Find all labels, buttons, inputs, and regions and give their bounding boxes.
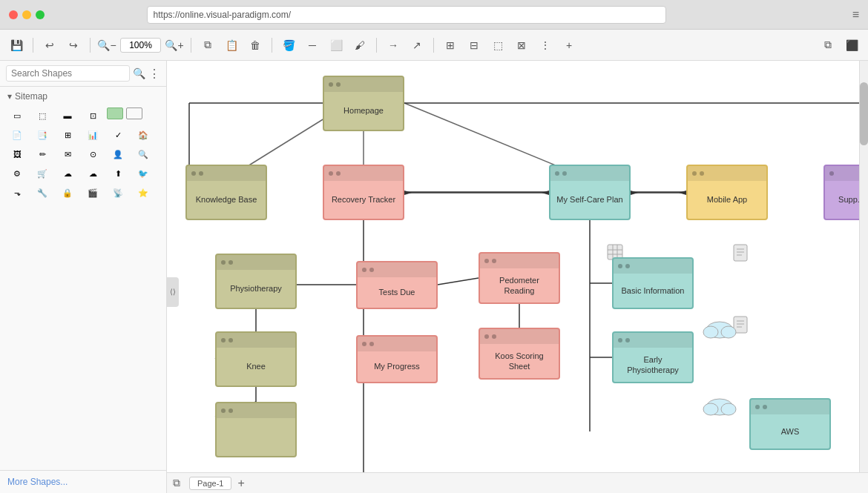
zoom-display[interactable]: 100% [120,38,161,53]
zoom-out-button[interactable]: 🔍− [96,35,117,56]
arrange-button[interactable]: ⊞ [440,35,461,56]
shape-outline[interactable] [126,107,142,119]
shape-house[interactable]: 🏠 [132,127,154,143]
more-shapes-link[interactable]: More Shapes... [0,470,166,493]
node-dot [484,334,489,339]
node-dot [484,259,489,263]
search-input[interactable] [6,65,130,82]
shape-cart[interactable]: 🛒 [31,165,53,182]
close-light[interactable] [9,10,18,19]
format-button[interactable]: 🖌 [349,35,370,56]
node-knee[interactable]: Knee [215,331,297,387]
node-knowledge-base-label: Knowledge Base [187,181,266,219]
shape-user[interactable]: 👤 [107,146,129,162]
shape-wrench[interactable]: 🔧 [31,185,53,201]
save-button[interactable]: 💾 [6,35,27,56]
redo-button[interactable]: ↪ [63,35,84,56]
more-button[interactable]: + [559,35,579,56]
node-dot2 [369,268,374,272]
shape-bird[interactable]: 🐦 [132,165,154,182]
waypoint-button[interactable]: ↗ [407,35,427,56]
add-page-button[interactable]: + [237,477,244,490]
shape-row-1: ▭ ⬚ ▬ ⊡ [0,106,166,125]
shape-cloud[interactable]: ☁ [56,165,79,182]
node-knowledge-base[interactable]: Knowledge Base [185,165,267,220]
node-recovery-tracker[interactable]: Recovery Tracker [323,165,404,220]
shape-arrow[interactable]: ⬎ [6,185,28,201]
vertical-scrollbar[interactable] [859,61,868,484]
shape-rectangle[interactable]: ▭ [6,107,28,124]
shape-list[interactable]: 📑 [31,127,53,143]
shape-header-rectangle[interactable]: ▬ [56,107,79,124]
panel-toggle[interactable]: ⟨⟩ [167,277,179,307]
group-button[interactable]: ⬚ [487,35,508,56]
collapse-arrow[interactable]: ▾ [7,91,12,102]
shape-page[interactable]: 📄 [6,127,28,143]
split-view-button[interactable]: ⧉ [818,35,838,56]
shape-dotted[interactable]: ⊡ [82,107,104,124]
shape-film[interactable]: 🎬 [82,185,104,201]
node-dot [618,338,622,343]
node-mobile-app[interactable]: Mobile App [686,165,768,220]
page-tab[interactable]: Page-1 [189,477,231,490]
shape-upload[interactable]: ⬆ [107,165,129,182]
node-early-physiotherapy[interactable]: Early Physiotherapy [612,331,694,383]
node-pedometer-reading[interactable]: Pedometer Reading [479,252,560,304]
node-knee-label: Knee [217,348,295,386]
delete-button[interactable]: 🗑 [245,35,266,56]
shape-mail[interactable]: ✉ [56,146,79,162]
shape-circle[interactable]: ⊙ [82,146,104,162]
shape-grid[interactable]: ⊞ [56,127,79,143]
minimize-light[interactable] [22,10,31,19]
shape-filled[interactable] [107,107,123,119]
svg-marker-21 [631,191,638,195]
shape-rss[interactable]: 📡 [107,185,129,201]
node-tests-due[interactable]: Tests Due [356,261,438,309]
canvas-area[interactable]: ⟨⟩ [167,61,868,493]
align-button[interactable]: ⊟ [464,35,484,56]
shape-button[interactable]: ⬜ [326,35,346,56]
zoom-in-button[interactable]: 🔍+ [164,35,185,56]
address-bar[interactable]: https://online.visual-paradigm.com/ [147,6,666,24]
collapse-button[interactable]: ⧉ [173,477,180,489]
search-icon-button[interactable]: 🔍 [133,67,145,79]
menu-icon[interactable]: ≡ [852,8,859,21]
node-my-progress[interactable]: My Progress [356,335,438,383]
paste-button[interactable]: 📋 [221,35,242,56]
panel-options-button[interactable]: ⋮ [148,67,160,81]
shape-star[interactable]: ⭐ [132,185,154,201]
connector-button[interactable]: → [383,35,404,56]
node-homepage[interactable]: Homepage [323,76,404,131]
grid-button[interactable]: ⋮ [535,35,556,56]
shape-dashed-rectangle[interactable]: ⬚ [31,107,53,124]
toolbar: 💾 ↩ ↪ 🔍− 100% 🔍+ ⧉ 📋 🗑 🪣 ─ ⬜ 🖌 → ↗ ⊞ ⊟ ⬚… [0,30,868,61]
node-koos-scoring[interactable]: Koos Scoring Sheet [479,328,560,380]
node-unknown-bottom[interactable] [215,402,297,457]
shape-check[interactable]: ✓ [107,127,129,143]
shape-image[interactable]: 🖼 [6,146,28,162]
traffic-lights [9,10,45,19]
svg-marker-19 [542,191,549,195]
node-dot2 [228,260,233,265]
shape-pencil[interactable]: ✏ [31,146,53,162]
shape-chart[interactable]: 📊 [82,127,104,143]
vertical-scrollbar-thumb[interactable] [860,82,868,146]
shape-lock[interactable]: 🔒 [56,185,79,201]
shape-gear[interactable]: ⚙ [6,165,28,182]
shape-row-5: ⬎ 🔧 🔒 🎬 📡 ⭐ [0,183,166,202]
node-self-care[interactable]: My Self-Care Plan [549,165,631,220]
fill-button[interactable]: 🪣 [278,35,299,56]
distribute-button[interactable]: ⊠ [511,35,532,56]
node-dot2 [492,259,496,263]
line-button[interactable]: ─ [302,35,323,56]
shape-cloud2[interactable]: ☁ [82,165,104,182]
copy-button[interactable]: ⧉ [197,35,218,56]
node-aws[interactable]: AWS [749,398,831,450]
node-physiotherapy[interactable]: Physiotherapy [215,254,297,309]
shape-search[interactable]: 🔍 [132,146,154,162]
svg-point-40 [703,326,718,338]
node-basic-information[interactable]: Basic Information [612,257,694,309]
maximize-light[interactable] [36,10,45,19]
fullscreen-button[interactable]: ⬛ [841,35,862,56]
undo-button[interactable]: ↩ [39,35,60,56]
